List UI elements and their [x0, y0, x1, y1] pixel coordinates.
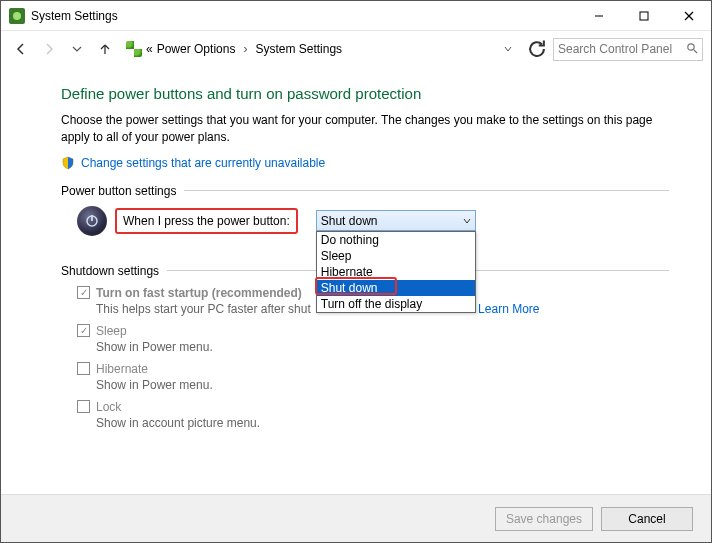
svg-rect-3 — [640, 12, 648, 20]
checkbox-label: Sleep — [96, 324, 127, 338]
svg-point-6 — [688, 43, 694, 49]
power-button-row: When I press the power button: Shut down… — [77, 206, 669, 236]
recent-dropdown-button[interactable] — [65, 37, 89, 61]
shield-icon — [61, 156, 75, 170]
up-button[interactable] — [93, 37, 117, 61]
setting-sleep: Sleep Show in Power menu. — [77, 324, 669, 354]
power-icon — [77, 206, 107, 236]
page-title: Define power buttons and turn on passwor… — [61, 85, 669, 102]
svg-line-7 — [694, 50, 697, 53]
power-button-label: When I press the power button: — [123, 214, 290, 228]
admin-link-row: Change settings that are currently unava… — [61, 156, 669, 170]
search-input[interactable]: Search Control Panel — [553, 38, 703, 61]
back-button[interactable] — [9, 37, 33, 61]
content-area: Define power buttons and turn on passwor… — [1, 67, 711, 542]
breadcrumb-dropdown-icon[interactable] — [500, 45, 516, 53]
dropdown-option[interactable]: Sleep — [317, 248, 475, 264]
breadcrumb-item[interactable]: System Settings — [255, 42, 342, 56]
titlebar: System Settings — [1, 1, 711, 31]
power-button-combo[interactable]: Shut down — [316, 210, 476, 231]
power-button-dropdown: Do nothing Sleep Hibernate Shut down Tur… — [316, 231, 476, 313]
svg-point-1 — [13, 12, 21, 20]
checkbox-lock[interactable] — [77, 400, 90, 413]
breadcrumb-prefix: « — [146, 42, 153, 56]
setting-description: Show in Power menu. — [96, 378, 669, 392]
dropdown-option[interactable]: Turn off the display — [317, 296, 475, 312]
button-bar: Save changes Cancel — [1, 494, 711, 542]
maximize-button[interactable] — [621, 1, 666, 30]
settings-window: System Settings « Power Options › S — [0, 0, 712, 543]
group-label: Power button settings — [61, 184, 176, 198]
cancel-button[interactable]: Cancel — [601, 507, 693, 531]
setting-description: Show in Power menu. — [96, 340, 669, 354]
breadcrumb-item[interactable]: Power Options — [157, 42, 236, 56]
app-icon — [9, 8, 25, 24]
divider — [184, 190, 669, 191]
save-button[interactable]: Save changes — [495, 507, 593, 531]
refresh-button[interactable] — [525, 37, 549, 61]
dropdown-option[interactable]: Hibernate — [317, 264, 475, 280]
checkbox-label: Lock — [96, 400, 121, 414]
highlight-label: When I press the power button: — [115, 208, 298, 234]
learn-more-link[interactable]: Learn More — [478, 302, 539, 316]
control-panel-icon — [126, 41, 142, 57]
checkbox-fast-startup[interactable] — [77, 286, 90, 299]
minimize-button[interactable] — [576, 1, 621, 30]
group-label: Shutdown settings — [61, 264, 159, 278]
chevron-right-icon: › — [243, 42, 247, 56]
dropdown-option[interactable]: Do nothing — [317, 232, 475, 248]
combo-value: Shut down — [321, 214, 378, 228]
dropdown-option-selected[interactable]: Shut down — [317, 280, 475, 296]
checkbox-label: Hibernate — [96, 362, 148, 376]
group-power-button-settings: Power button settings — [61, 184, 669, 198]
checkbox-sleep[interactable] — [77, 324, 90, 337]
setting-description: Show in account picture menu. — [96, 416, 669, 430]
setting-lock: Lock Show in account picture menu. — [77, 400, 669, 430]
close-button[interactable] — [666, 1, 711, 30]
navbar: « Power Options › System Settings Search… — [1, 31, 711, 67]
checkbox-label: Turn on fast startup (recommended) — [96, 286, 302, 300]
search-placeholder: Search Control Panel — [558, 42, 672, 56]
window-title: System Settings — [31, 9, 576, 23]
forward-button[interactable] — [37, 37, 61, 61]
chevron-down-icon — [463, 214, 471, 228]
setting-hibernate: Hibernate Show in Power menu. — [77, 362, 669, 392]
admin-change-link[interactable]: Change settings that are currently unava… — [81, 156, 325, 170]
breadcrumb[interactable]: « Power Options › System Settings — [121, 37, 521, 61]
checkbox-hibernate[interactable] — [77, 362, 90, 375]
page-description: Choose the power settings that you want … — [61, 112, 669, 146]
search-icon — [686, 42, 698, 57]
